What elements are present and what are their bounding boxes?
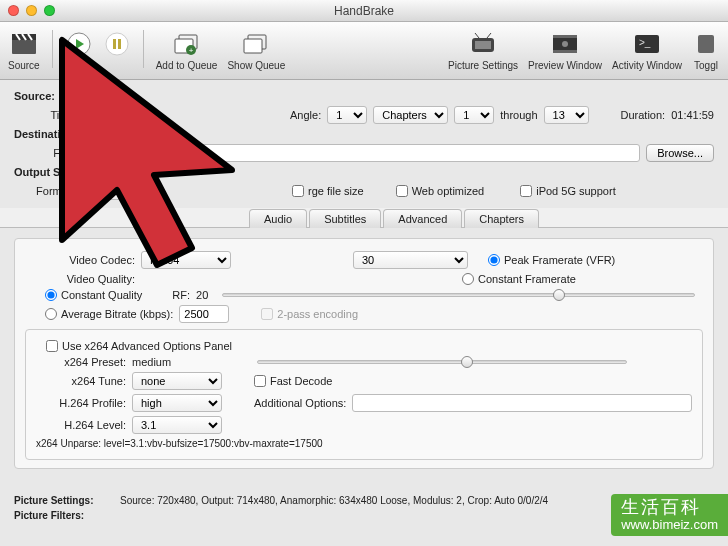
angle-label: Angle: [290,109,321,121]
tab-chapters[interactable]: Chapters [464,209,539,228]
activity-window-button[interactable]: >_ Activity Window [612,30,682,71]
svg-text:>_: >_ [639,37,651,48]
svg-rect-9 [118,39,121,49]
x264-unparse-text: x264 Unparse: level=3.1:vbv-bufsize=1750… [36,438,323,449]
tab-advanced[interactable]: Advanced [383,209,462,228]
peak-framerate-radio[interactable]: Peak Framerate (VFR) [488,254,615,266]
svg-rect-8 [113,39,116,49]
file-label: File: [14,147,74,159]
ipod-support-checkbox[interactable]: iPod 5G support [520,185,616,197]
watermark: 生活百科 www.bimeiz.com [611,494,728,536]
svg-line-19 [487,33,491,38]
show-queue-label: Show Queue [227,60,285,71]
x264-subpanel: Use x264 Advanced Options Panel x264 Pre… [25,329,703,460]
video-codec-select[interactable]: H.264 [141,251,231,269]
svg-point-23 [562,41,568,47]
quality-slider[interactable] [222,293,695,297]
svg-rect-17 [475,41,491,49]
video-panel: Video Codec: H.264 30 Peak Framerate (VF… [14,238,714,469]
duration-value: 01:41:59 [671,109,714,121]
large-file-checkbox[interactable]: rge file size [292,185,364,197]
picture-settings-button[interactable]: Picture Settings [448,30,518,71]
tab-bar: Video Audio Subtitles Advanced Chapters [0,208,728,228]
additional-options-label: Additional Options: [254,397,346,409]
play-icon [65,30,93,58]
picture-filters-footer-label: Picture Filters: [14,510,84,521]
format-label: Format: [14,185,74,197]
tab-audio[interactable]: Audio [249,209,307,228]
web-optimized-checkbox[interactable]: Web optimized [396,185,485,197]
x264-preset-value: medium [132,356,171,368]
fast-decode-checkbox[interactable]: Fast Decode [254,375,332,387]
source-label: Source [8,60,40,71]
window-titlebar: HandBrake [0,0,728,22]
browse-button[interactable]: Browse... [646,144,714,162]
h264-profile-label: H.264 Profile: [36,397,126,409]
svg-rect-0 [12,39,36,54]
format-select[interactable]: MP4 file [80,182,160,200]
toolbar-divider [52,30,53,68]
x264-tune-label: x264 Tune: [36,375,126,387]
preview-window-label: Preview Window [528,60,602,71]
svg-rect-26 [698,35,714,53]
window-title: HandBrake [0,4,728,18]
through-label: through [500,109,537,121]
svg-rect-15 [244,39,262,53]
picture-settings-footer-value: Source: 720x480, Output: 714x480, Anamor… [120,495,548,506]
two-pass-checkbox: 2-pass encoding [261,308,358,320]
duration-label: Duration: [621,109,666,121]
picture-settings-label: Picture Settings [448,60,518,71]
h264-level-label: H.264 Level: [36,419,126,431]
video-quality-label: Video Quality: [25,273,135,285]
panel-icon [692,30,720,58]
h264-level-select[interactable]: 3.1 [132,416,222,434]
preview-window-button[interactable]: Preview Window [528,30,602,71]
title-select[interactable]: 1 - [80,106,140,124]
h264-profile-select[interactable]: high [132,394,222,412]
toggle-label: Toggl [694,60,718,71]
tv-icon [469,30,497,58]
source-button[interactable]: Source [8,30,40,71]
start-button[interactable] [65,30,93,71]
svg-point-7 [106,33,128,55]
average-bitrate-radio[interactable]: Average Bitrate (kbps): [45,308,173,320]
svg-text:+: + [188,46,193,55]
framerate-select[interactable]: 30 [353,251,468,269]
tab-subtitles[interactable]: Subtitles [309,209,381,228]
pause-button[interactable] [103,30,131,71]
clapperboard-icon [10,30,38,58]
add-queue-label: Add to Queue [156,60,218,71]
preset-slider[interactable] [257,360,627,364]
x264-tune-select[interactable]: none [132,372,222,390]
watermark-url: www.bimeiz.com [621,518,718,532]
activity-window-label: Activity Window [612,60,682,71]
add-to-queue-button[interactable]: + Add to Queue [156,30,218,71]
show-queue-button[interactable]: Show Queue [227,30,285,71]
file-path-input[interactable] [80,144,640,162]
destination-heading: Destination [14,128,74,140]
bitrate-input[interactable] [179,305,229,323]
pause-icon [103,30,131,58]
toolbar: Source + Add to Queue Show Queu [0,22,728,80]
chapter-to-select[interactable]: 13 [544,106,589,124]
constant-framerate-radio[interactable]: Constant Framerate [462,273,576,285]
title-label: Title: [14,109,74,121]
toolbar-divider [143,30,144,68]
svg-rect-22 [553,50,577,53]
terminal-icon: >_ [633,30,661,58]
additional-options-input[interactable] [352,394,692,412]
constant-quality-radio[interactable]: Constant Quality [45,289,142,301]
picture-settings-footer-label: Picture Settings: [14,495,114,506]
chapters-mode-select[interactable]: Chapters [373,106,448,124]
rf-label: RF: [172,289,190,301]
toggle-button[interactable]: Toggl [692,30,720,71]
svg-rect-21 [553,35,577,38]
chapter-from-select[interactable]: 1 [454,106,494,124]
main-content: Source: Title: 1 - Angle: 1 Chapters 1 t… [0,80,728,485]
x264-preset-label: x264 Preset: [36,356,126,368]
video-codec-label: Video Codec: [25,254,135,266]
x264-advanced-checkbox[interactable]: Use x264 Advanced Options Panel [46,340,232,352]
watermark-cn: 生活百科 [621,498,718,518]
queue-add-icon: + [173,30,201,58]
angle-select[interactable]: 1 [327,106,367,124]
